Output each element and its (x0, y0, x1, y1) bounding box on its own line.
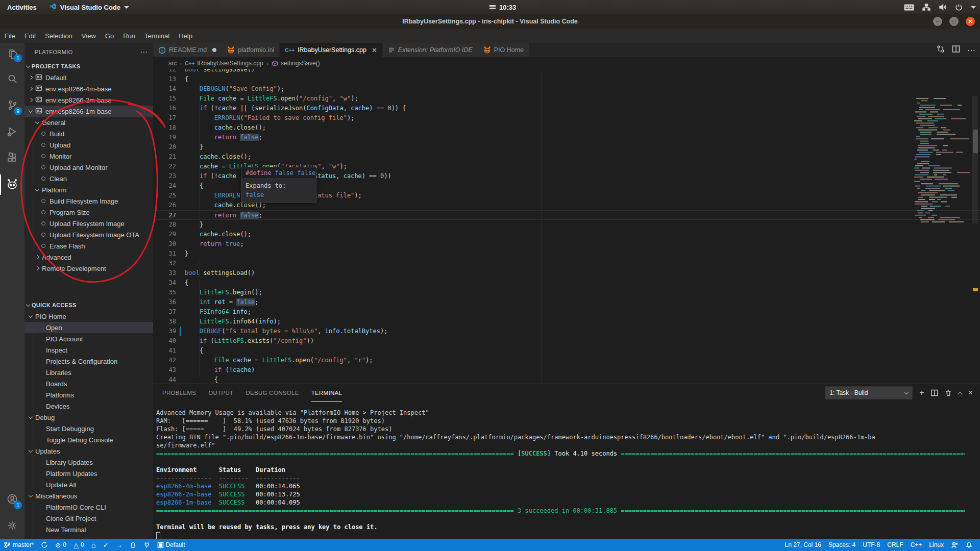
tree-item-clone-git-project[interactable]: Clone Git Project (24, 513, 153, 524)
modified-dot-icon[interactable] (212, 48, 216, 52)
tree-item-env-esp8266-4m-base[interactable]: env:esp8266-4m-base (24, 83, 153, 94)
tree-item-boards[interactable]: Boards (24, 378, 153, 389)
split-terminal-icon[interactable] (931, 389, 938, 396)
tree-item-inspect[interactable]: Inspect (24, 344, 153, 356)
menu-edit[interactable]: Edit (20, 32, 40, 40)
system-tray[interactable] (904, 0, 976, 14)
tab-extension-platformio-ide[interactable]: Extension: PlatformIO IDE (383, 43, 478, 57)
menu-help[interactable]: Help (174, 32, 197, 40)
code-line-34[interactable]: 34{ (153, 278, 980, 288)
code-line-44[interactable]: 44 { (153, 375, 980, 384)
tab-irbabyusersettings-cpp[interactable]: C++IRbabyUserSettings.cpp✕ (280, 43, 383, 57)
code-line-27[interactable]: 27 return false; (153, 210, 980, 220)
minimize-button[interactable]: − (933, 17, 942, 26)
kill-terminal-icon[interactable] (945, 389, 952, 396)
status-git-branch-master[interactable]: master* (0, 539, 37, 551)
tree-item-env-esp8266-1m-base[interactable]: env:esp8266-1m-base (24, 106, 153, 117)
menu-file[interactable]: File (0, 32, 20, 40)
status-sync[interactable] (37, 539, 52, 551)
tree-item-default[interactable]: Default (24, 72, 153, 83)
sidebar-more-actions-icon[interactable]: ⋯ (140, 47, 148, 57)
tree-item-libraries[interactable]: Libraries (24, 367, 153, 378)
tab-readme-md[interactable]: README.md (153, 43, 222, 57)
tree-item-upload-and-monitor[interactable]: Upload and Monitor (24, 162, 153, 173)
code-line-15[interactable]: 15 File cache = LittleFS.open("/config",… (153, 94, 980, 104)
overview-ruler[interactable] (970, 96, 980, 384)
clock-menu[interactable]: 10:33 (489, 0, 516, 14)
tree-item-upload[interactable]: Upload (24, 139, 153, 151)
tree-item-start-debugging[interactable]: Start Debugging (24, 423, 153, 434)
status-check[interactable]: ✓ (100, 539, 112, 551)
tree-item-update-all[interactable]: Update All (24, 479, 153, 490)
status-trash[interactable] (126, 539, 140, 551)
breadcrumb-item[interactable]: settingsSave() (272, 60, 320, 67)
tree-item-new-terminal[interactable]: New Terminal (24, 524, 153, 535)
terminal-selector[interactable]: 1: Task - Build (825, 386, 913, 399)
activity-source-control[interactable]: 9 (0, 92, 24, 118)
code-line-38[interactable]: 38 LittleFS.info64(info); (153, 317, 980, 327)
panel-tab-output[interactable]: OUTPUT (208, 384, 233, 402)
status-crlf[interactable]: CRLF (884, 539, 906, 551)
power-icon[interactable] (955, 4, 963, 11)
code-line-16[interactable]: 16 if (!cache || (serializeJson(ConfigDa… (153, 104, 980, 113)
tree-item-projects-configuration[interactable]: Projects & Configuration (24, 356, 153, 367)
app-menu-button[interactable]: Visual Studio Code (44, 3, 134, 12)
volume-icon[interactable] (939, 4, 947, 11)
status-env-box-default[interactable]: Default (154, 539, 189, 551)
status-home[interactable]: ⌂ (88, 539, 100, 551)
tree-item-debug[interactable]: Debug (24, 412, 153, 423)
tree-item-upload-filesystem-image[interactable]: Upload Filesystem Image (24, 218, 153, 229)
panel-tab-problems[interactable]: PROBLEMS (162, 384, 196, 402)
code-line-18[interactable]: 18 cache.close(); (153, 123, 980, 133)
open-changes-icon[interactable] (937, 45, 945, 55)
code-line-33[interactable]: 33bool settingsLoad() (153, 268, 980, 278)
tree-item-library-updates[interactable]: Library Updates (24, 457, 153, 468)
code-line-40[interactable]: 40 if (LittleFS.exists("/config")) (153, 336, 980, 346)
menu-go[interactable]: Go (101, 32, 118, 40)
code-line-13[interactable]: 13{ (153, 74, 980, 84)
tree-item-pio-account[interactable]: PIO Account (24, 333, 153, 344)
activity-platformio[interactable] (0, 171, 24, 198)
tree-item-toggle-debug-console[interactable]: Toggle Debug Console (24, 434, 153, 445)
code-line-37[interactable]: 37 FSInfo64 info; (153, 307, 980, 317)
activity-account[interactable]: 1 (0, 486, 24, 512)
quick-access-header[interactable]: QUICK ACCESS (24, 299, 153, 311)
code-line-12[interactable]: 12bool settingsSave() (153, 69, 980, 74)
code-editor[interactable]: 12bool settingsSave()13{14 DEBUGLN("Save… (153, 69, 980, 384)
maximize-panel-icon[interactable] (959, 390, 962, 395)
tree-item-program-size[interactable]: Program Size (24, 207, 153, 218)
tree-item-updates[interactable]: Updates (24, 445, 153, 457)
code-line-36[interactable]: 36 int ret = false; (153, 297, 980, 307)
status-arrow-right[interactable]: → (112, 539, 126, 551)
code-line-21[interactable]: 21 cache.close(); (153, 152, 980, 162)
tree-item-miscellaneous[interactable]: Miscellaneous (24, 490, 153, 502)
status-c++[interactable]: C++ (907, 539, 926, 551)
code-line-41[interactable]: 41 { (153, 346, 980, 356)
tree-item-devices[interactable]: Devices (24, 400, 153, 412)
tree-item-open[interactable]: Open (24, 322, 153, 333)
code-line-39[interactable]: 39 DEBUGF("fs total bytes = %llu\n", inf… (153, 327, 980, 336)
code-line-17[interactable]: 17 ERRORLN("Failed to save config file")… (153, 113, 980, 123)
tree-item-env-esp8266-2m-base[interactable]: env:esp8266-2m-base (24, 94, 153, 106)
code-line-29[interactable]: 29 cache.close(); (153, 230, 980, 239)
activity-explorer[interactable]: 1 (0, 43, 24, 65)
menu-selection[interactable]: Selection (40, 32, 77, 40)
tab-pio-home[interactable]: PIO Home (478, 43, 529, 57)
status-error-0[interactable]: ⊘0 (52, 539, 70, 551)
minimap[interactable] (913, 96, 970, 384)
tree-item-remote-development[interactable]: Remote Development (24, 263, 153, 274)
tree-item-monitor[interactable]: Monitor (24, 151, 153, 162)
panel-tab-terminal[interactable]: TERMINAL (311, 384, 342, 402)
close-button[interactable]: ✕ (966, 17, 975, 26)
status-plug[interactable] (140, 539, 154, 551)
split-editor-icon[interactable] (952, 45, 960, 55)
menu-terminal[interactable]: Terminal (140, 32, 174, 40)
project-tasks-header[interactable]: PROJECT TASKS (24, 61, 153, 72)
code-line-30[interactable]: 30 return true; (153, 239, 980, 249)
status-warning-0[interactable]: △0 (70, 539, 88, 551)
tree-item-upgrade-platformio-core[interactable]: Upgrade PlatformIO Core (24, 535, 153, 539)
tab-platformio-ini[interactable]: platformio.ini (222, 43, 280, 57)
breadcrumb-item[interactable]: src (168, 60, 177, 67)
status-bell[interactable] (962, 539, 976, 551)
activities-button[interactable]: Activities (0, 4, 44, 11)
